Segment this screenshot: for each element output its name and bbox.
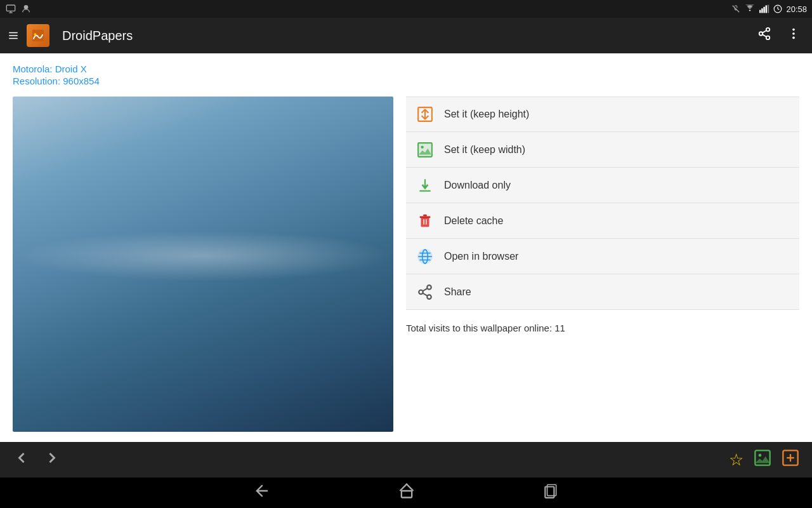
svg-point-3 — [24, 5, 29, 10]
download-icon — [416, 177, 434, 194]
wallpaper-preview — [13, 97, 393, 432]
signal-icon — [759, 4, 769, 13]
mute-icon — [731, 4, 740, 13]
svg-rect-35 — [426, 219, 427, 224]
delete-icon — [416, 212, 434, 230]
svg-rect-34 — [423, 219, 424, 224]
svg-point-18 — [766, 28, 770, 32]
svg-rect-5 — [759, 10, 761, 13]
menu-icon[interactable] — [8, 30, 19, 41]
status-time: 20:58 — [786, 4, 807, 14]
svg-point-44 — [419, 290, 423, 294]
more-button[interactable] — [783, 23, 804, 48]
open-browser-label: Open in browser — [444, 251, 518, 262]
svg-point-43 — [427, 285, 431, 290]
prev-button[interactable] — [10, 446, 33, 474]
share-action-button[interactable]: Share — [406, 274, 799, 310]
svg-rect-0 — [6, 5, 15, 11]
set-keep-height-button[interactable]: Set it (keep height) — [406, 97, 799, 132]
next-button[interactable] — [41, 446, 63, 474]
clock-icon — [773, 4, 782, 13]
svg-point-49 — [759, 453, 762, 457]
keep-height-icon — [416, 105, 434, 123]
svg-rect-37 — [423, 214, 427, 216]
svg-rect-48 — [755, 450, 769, 465]
bottom-actions-right: ☆ — [726, 446, 802, 474]
set-keep-width-label: Set it (keep width) — [444, 144, 525, 156]
content-area: Set it (keep height) Set it (keep width) — [13, 97, 799, 432]
svg-point-30 — [421, 145, 424, 148]
fit-image-button[interactable] — [779, 446, 802, 474]
svg-line-46 — [422, 293, 427, 295]
bottom-nav-left — [10, 446, 63, 474]
svg-point-19 — [759, 32, 763, 36]
svg-rect-7 — [764, 7, 765, 13]
device-name: Motorola: Droid X — [13, 64, 799, 74]
svg-point-24 — [792, 32, 795, 35]
share-button[interactable] — [754, 23, 775, 48]
device-resolution: Resolution: 960x854 — [13, 76, 799, 86]
action-panel: Set it (keep height) Set it (keep width) — [406, 97, 799, 432]
back-button[interactable] — [253, 482, 271, 504]
svg-line-12 — [778, 9, 779, 10]
svg-point-17 — [34, 33, 37, 36]
download-only-button[interactable]: Download only — [406, 168, 799, 203]
wifi-icon — [744, 4, 756, 13]
visits-text: Total visits to this wallpaper online: 1… — [406, 323, 799, 333]
svg-rect-8 — [766, 5, 767, 13]
delete-cache-label: Delete cache — [444, 215, 503, 227]
notification-icon-2 — [20, 3, 32, 15]
download-only-label: Download only — [444, 180, 511, 191]
set-keep-width-button[interactable]: Set it (keep width) — [406, 132, 799, 168]
status-bar: 20:58 — [0, 0, 812, 18]
svg-rect-53 — [402, 491, 412, 498]
keep-width-icon — [416, 141, 434, 159]
status-bar-right: 20:58 — [731, 4, 807, 14]
bottom-toolbar: ☆ — [0, 442, 812, 478]
delete-cache-button[interactable]: Delete cache — [406, 203, 799, 239]
globe-icon — [416, 248, 434, 265]
app-title: DroidPapers — [62, 29, 746, 43]
recents-button[interactable] — [542, 483, 559, 503]
svg-rect-36 — [420, 216, 431, 218]
open-browser-button[interactable]: Open in browser — [406, 239, 799, 274]
share-action-label: Share — [444, 286, 471, 298]
svg-rect-9 — [768, 5, 769, 13]
svg-point-45 — [427, 295, 431, 299]
view-image-button[interactable] — [751, 446, 774, 474]
status-bar-left — [5, 3, 32, 15]
home-button[interactable] — [398, 482, 416, 504]
app-logo — [27, 24, 49, 47]
svg-line-22 — [763, 30, 766, 33]
device-info: Motorola: Droid X Resolution: 960x854 — [13, 64, 799, 86]
svg-line-21 — [763, 34, 766, 37]
android-nav-bar — [0, 478, 812, 508]
share-action-icon — [416, 283, 434, 301]
svg-point-25 — [792, 37, 795, 39]
svg-rect-33 — [421, 217, 429, 227]
app-bar: DroidPapers — [0, 18, 812, 53]
set-keep-height-label: Set it (keep height) — [444, 109, 529, 120]
favorite-button[interactable]: ☆ — [726, 448, 746, 472]
main-content: Motorola: Droid X Resolution: 960x854 Se… — [0, 53, 812, 442]
svg-line-47 — [422, 288, 427, 291]
svg-point-20 — [766, 36, 770, 39]
svg-point-23 — [792, 29, 795, 31]
notification-icon-1 — [5, 3, 16, 15]
wallpaper-glow — [13, 231, 393, 281]
svg-rect-6 — [762, 8, 763, 13]
svg-line-4 — [733, 6, 740, 13]
